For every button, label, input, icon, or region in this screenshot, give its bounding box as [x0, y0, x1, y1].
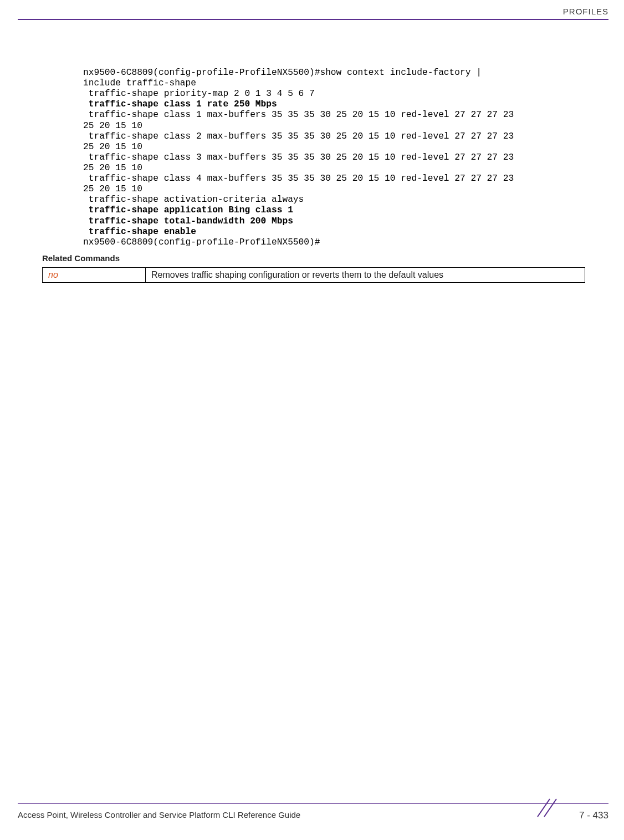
- footer-page-number: 7 - 433: [579, 810, 608, 821]
- code-line: nx9500-6C8809(config-profile-ProfileNX55…: [83, 68, 487, 78]
- related-commands-table: no Removes traffic shaping configuration…: [42, 267, 585, 283]
- header-rule: [18, 19, 608, 20]
- table-row: no Removes traffic shaping configuration…: [43, 267, 585, 282]
- code-line-bold: traffic-shape class 1 rate 250 Mbps: [83, 99, 277, 109]
- page-header-section: PROFILES: [563, 7, 608, 16]
- brand-logo-icon: [535, 797, 557, 819]
- code-line: 25 20 15 10: [83, 163, 142, 173]
- command-desc-cell: Removes traffic shaping configuration or…: [146, 267, 585, 282]
- content-area: nx9500-6C8809(config-profile-ProfileNX55…: [83, 68, 591, 283]
- code-line-bold: traffic-shape application Bing class 1: [83, 205, 293, 215]
- footer-guide-title: Access Point, Wireless Controller and Se…: [18, 810, 300, 819]
- code-line: traffic-shape class 2 max-buffers 35 35 …: [83, 131, 519, 141]
- code-line: traffic-shape class 3 max-buffers 35 35 …: [83, 152, 519, 162]
- code-line: traffic-shape activation-criteria always: [83, 195, 304, 205]
- code-line: traffic-shape class 4 max-buffers 35 35 …: [83, 174, 519, 184]
- command-name-cell: no: [43, 267, 146, 282]
- footer-rule: [18, 803, 608, 804]
- code-block: nx9500-6C8809(config-profile-ProfileNX55…: [83, 68, 591, 248]
- code-line: 25 20 15 10: [83, 184, 142, 194]
- code-line: nx9500-6C8809(config-profile-ProfileNX55…: [83, 237, 320, 247]
- code-line-bold: traffic-shape enable: [83, 227, 196, 237]
- code-line: traffic-shape class 1 max-buffers 35 35 …: [83, 110, 519, 120]
- code-line: 25 20 15 10: [83, 142, 142, 152]
- svg-line-0: [538, 799, 550, 817]
- page-footer: Access Point, Wireless Controller and Se…: [18, 803, 608, 826]
- code-line: include traffic-shape: [83, 78, 196, 88]
- svg-line-1: [544, 799, 556, 817]
- code-line: traffic-shape priority-map 2 0 1 3 4 5 6…: [83, 89, 315, 99]
- code-line: 25 20 15 10: [83, 121, 142, 131]
- code-line-bold: traffic-shape total-bandwidth 200 Mbps: [83, 216, 293, 226]
- related-commands-heading: Related Commands: [42, 253, 591, 263]
